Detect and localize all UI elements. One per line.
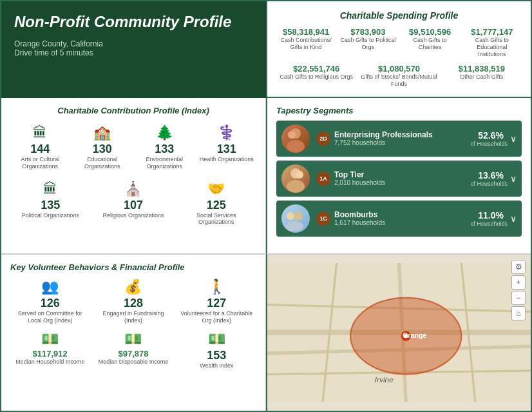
contrib-row1: 🏛 144 Arts or Cultural Organizations 🏫 1… [10,122,256,173]
charitable-icon: 🚶 [177,279,256,295]
financial-label: Median Household Income [10,358,90,366]
drivetime: Drive time of 5 minutes [14,48,253,57]
spending-label: Cash Gifts to Educational Institutions [464,37,520,57]
fundraising-icon: 💰 [93,279,173,295]
volunteer-number: 126 [10,297,90,310]
volunteer-number: 128 [93,297,173,310]
tapestry-pct-label-1: of Households [470,181,508,187]
spending-label: Gifts of Stocks/ Bonds/Mutual Funds [360,74,437,88]
spending-grid-row1: $58,318,941 Cash Contributions/ Gifts in… [278,27,520,57]
main-title: Non-Profit Community Profile [14,13,253,32]
financial-item-household: 💵 $117,912 Median Household Income [10,331,90,369]
tapestry-pct-0: 52.6% [470,130,504,141]
contrib-number: 130 [75,142,130,156]
financial-amount: $117,912 [10,349,90,358]
spending-amount: $11,838,519 [443,64,520,74]
spending-amount: $9,510,596 [402,27,459,37]
tapestry-name-1: Top Tier [334,170,470,179]
contrib-label: Health Organizations [200,156,254,163]
contrib-number: 144 [13,142,68,156]
spending-label: Cash Gifts to Political Orgs [339,37,396,51]
map-zoom-out-button[interactable]: − [511,291,526,305]
map-section[interactable]: Irvine Orange ⚙ + − ⌂ [266,254,531,411]
tapestry-households-0: 7,752 households [334,139,470,146]
map-home-button[interactable]: ⌂ [511,306,526,320]
spending-label: Cash Gifts to Religious Orgs [278,74,355,81]
tapestry-info-1: Top Tier 2,010 households [334,170,470,186]
tapestry-info-0: Enterprising Professionals 7,752 househo… [334,130,470,146]
svg-text:Irvine: Irvine [375,376,394,385]
svg-text:Orange: Orange [403,332,427,340]
spending-amount: $22,551,746 [278,64,355,74]
contrib-number: 131 [200,142,254,156]
social-icon: 🤝 [178,181,254,197]
volunteer-item-committee: 👥 126 Served on Committee for Local Org … [10,279,90,324]
spending-amount: $1,777,147 [464,27,520,37]
location: Orange County, California [14,39,253,48]
map-controls: ⚙ + − ⌂ [511,260,526,320]
volunteer-label: Served on Committee for Local Org (Index… [10,310,90,324]
volunteer-heading: Key Volunteer Behaviors & Financial Prof… [10,262,256,272]
tapestry-item-0[interactable]: 2D Enterprising Professionals 7,752 hous… [276,121,522,157]
svg-point-2 [288,131,296,139]
political-icon: 🏛 [13,181,88,197]
volunteer-item-charitable: 🚶 127 Volunteered for a Charitable Org (… [177,279,256,324]
health-icon: ⚕️ [200,124,254,141]
chevron-down-icon: ∨ [510,173,517,184]
spending-amount: $58,318,941 [278,27,334,37]
contrib-label: Political Organizations [13,212,88,219]
disposable-income-icon: 💵 [93,331,173,348]
title-section: Non-Profit Community Profile Orange Coun… [1,1,266,98]
spending-item: $9,510,596 Cash Gifts to Charities [402,27,459,57]
tapestry-info-2: Boomburbs 1,617 households [334,210,470,226]
volunteer-label: Engaged in Fundraising (Index) [93,310,173,324]
spending-item: $1,777,147 Cash Gifts to Educational Ins… [464,27,520,57]
dashboard: Non-Profit Community Profile Orange Coun… [0,0,532,412]
tapestry-heading: Tapestry Segments [276,106,522,115]
committee-icon: 👥 [10,279,90,295]
contribution-section: Charitable Contribution Profile (Index) … [1,98,266,255]
map-zoom-in-button[interactable]: + [511,275,526,289]
tapestry-pct-2: 11.0% [470,210,504,221]
contrib-number: 107 [96,199,171,212]
map-background: Irvine Orange [267,255,531,411]
map-gear-button[interactable]: ⚙ [511,260,526,274]
tapestry-item-1[interactable]: 1A Top Tier 2,010 households 13.6% of Ho… [276,161,522,197]
contrib-label: Religious Organizations [96,212,171,219]
chevron-down-icon: ∨ [510,213,517,224]
svg-point-4 [287,180,305,193]
spending-item: $22,551,746 Cash Gifts to Religious Orgs [278,64,355,88]
svg-point-5 [296,171,303,179]
volunteer-grid: 👥 126 Served on Committee for Local Org … [10,279,256,324]
tapestry-households-1: 2,010 households [334,179,470,186]
contrib-number: 135 [13,199,88,212]
spending-section: Charitable Spending Profile $58,318,941 … [266,1,531,98]
contrib-item-political: 🏛 135 Political Organizations [10,178,91,229]
contrib-row2: 🏛 135 Political Organizations ⛪ 107 Reli… [10,178,256,229]
contrib-label: Educational Organizations [75,156,130,170]
spending-item: $11,838,519 Other Cash Gifts [443,64,520,88]
contrib-item-religious: ⛪ 107 Religious Organizations [93,178,174,229]
environmental-icon: 🌲 [137,124,192,141]
spending-label: Cash Gifts to Charities [402,37,459,51]
svg-point-8 [285,221,303,231]
arts-icon: 🏛 [13,124,68,141]
tapestry-item-2[interactable]: 1C Boomburbs 1,617 households 11.0% of H… [276,201,522,237]
volunteer-number: 127 [177,297,256,310]
tapestry-name-2: Boomburbs [334,210,470,219]
financial-label: Median Disposable Income [93,358,173,366]
contrib-number: 133 [137,142,192,156]
contrib-label: Environmental Organizations [137,156,192,170]
contrib-item-educational: 🏫 130 Educational Organizations [73,122,133,173]
spending-label: Cash Contributions/ Gifts in Kind [278,37,334,51]
volunteer-section: Key Volunteer Behaviors & Financial Prof… [1,254,266,411]
tapestry-avatar-1 [281,164,310,193]
contrib-item-environmental: 🌲 133 Environmental Organizations [135,122,195,173]
chevron-down-icon: ∨ [510,133,517,144]
financial-grid: 💵 $117,912 Median Household Income 💵 $97… [10,331,256,369]
financial-item-disposable: 💵 $97,878 Median Disposable Income [93,331,173,369]
tapestry-pct-label-2: of Households [470,221,508,227]
tapestry-badge-1: 1A [316,172,330,186]
contrib-item-health: ⚕️ 131 Health Organizations [197,122,257,173]
tapestry-pct-1: 13.6% [470,170,504,181]
